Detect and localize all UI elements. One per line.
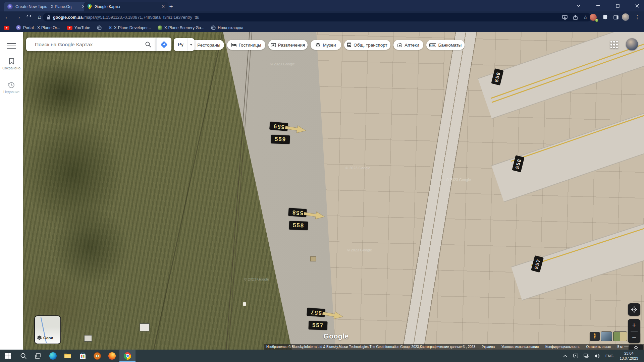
browser-tab-strip: ✕ Create New Topic - X-Plane.Org F ✕ Goo… xyxy=(0,0,644,11)
edge-icon[interactable] xyxy=(46,350,60,362)
chevron-up-icon xyxy=(634,346,638,350)
stand-sign-558-bottom: 558 xyxy=(289,221,308,230)
bookmark-scenery-gateway[interactable]: X-Plane Scenery Ga... xyxy=(158,25,204,30)
tray-clock[interactable]: 23:04 13.07.2023 xyxy=(616,351,644,361)
layers-icon xyxy=(37,336,42,340)
footer-link-privacy[interactable]: Конфиденциальность xyxy=(545,345,579,349)
microsoft-store-icon[interactable] xyxy=(75,350,90,362)
extensions-puzzle-icon[interactable] xyxy=(600,12,610,22)
window-minimize-button[interactable] xyxy=(591,0,605,11)
reload-button[interactable] xyxy=(24,12,34,22)
chip-pharmacies[interactable]: Аптеки xyxy=(393,40,423,50)
account-avatar[interactable] xyxy=(626,38,638,50)
hotel-icon xyxy=(231,43,236,47)
firefox-icon[interactable] xyxy=(105,350,119,362)
window-close-button[interactable] xyxy=(630,0,644,11)
install-app-icon[interactable] xyxy=(562,15,568,20)
store-bag-icon xyxy=(79,353,86,359)
tray-hidden-icons-chevron[interactable] xyxy=(560,350,570,362)
chip-transit[interactable]: Общ. транспорт xyxy=(344,40,390,50)
tab-title: Google Карты xyxy=(95,4,120,9)
tray-network-icon[interactable] xyxy=(581,350,592,362)
search-icon[interactable] xyxy=(145,41,152,48)
sidebar-item-label: Сохранено xyxy=(0,66,23,70)
my-location-button[interactable] xyxy=(628,303,640,316)
footer-link-country[interactable]: Украина xyxy=(482,345,495,349)
directions-button[interactable] xyxy=(156,38,171,51)
chip-label: Рестораны xyxy=(197,43,220,48)
taskbar-search-button[interactable] xyxy=(16,350,31,362)
map-watermark: © 2023 Google xyxy=(345,166,370,170)
bookmark-star-icon[interactable]: ☆ xyxy=(583,14,588,20)
url-host: google.com.ua xyxy=(53,15,83,20)
chevron-up-icon xyxy=(563,355,567,357)
forward-button[interactable]: → xyxy=(13,12,23,22)
back-button[interactable]: ← xyxy=(3,12,12,22)
zoom-out-button[interactable]: − xyxy=(632,331,636,343)
folder-icon xyxy=(64,353,71,359)
address-bar[interactable]: google.com.ua/maps/@51.1591123,-0.180871… xyxy=(43,13,592,21)
bookmark-portal[interactable]: ✕ Portal - X-Plane.Or... xyxy=(16,25,60,30)
keyboard-language-button[interactable]: Ру xyxy=(174,42,187,47)
task-view-button[interactable] xyxy=(31,350,46,362)
bookmark-youtube[interactable]: YouTube xyxy=(67,25,90,30)
tab-xplane-forum[interactable]: ✕ Create New Topic - X-Plane.Org F ✕ xyxy=(4,2,89,11)
start-button[interactable] xyxy=(0,350,16,362)
share-icon[interactable] xyxy=(573,15,578,20)
menu-kebab-icon[interactable]: ⋮ xyxy=(633,12,642,22)
chip-atms[interactable]: атм Банкоматы xyxy=(426,40,465,50)
bookmark-xplane-developer[interactable]: ✕ X-Plane Developer... xyxy=(108,25,151,30)
window-maximize-button[interactable] xyxy=(610,0,625,11)
chip-label: Музеи xyxy=(323,43,336,48)
chip-hotels[interactable]: Гостиницы xyxy=(227,40,265,50)
tab-search-chevron-icon[interactable] xyxy=(572,0,586,11)
tab-google-maps[interactable]: Google Карты ✕ xyxy=(84,2,168,11)
zoom-in-button[interactable]: + xyxy=(632,319,636,331)
map-type-thumbnail[interactable] xyxy=(613,331,627,341)
attribution-bar: Изображения © Bluesky,Infoterra Ltd & Bl… xyxy=(264,344,644,350)
chrome-icon-active[interactable] xyxy=(119,350,136,362)
map-canvas[interactable]: © 2023 Google © 2023 Google © 2023 Googl… xyxy=(23,32,644,350)
search-icon xyxy=(20,353,26,359)
file-explorer-icon[interactable] xyxy=(60,350,75,362)
sidebar-item-recents[interactable]: Недавние xyxy=(0,82,23,94)
tab-close-icon[interactable]: ✕ xyxy=(161,4,165,9)
collapse-chevron-button[interactable] xyxy=(629,345,643,350)
bookmark-youtube-iconed[interactable] xyxy=(4,26,9,30)
tray-language[interactable]: ENG xyxy=(602,350,616,362)
google-apps-grid-icon[interactable] xyxy=(610,41,618,48)
footer-link-terms[interactable]: Условия использования xyxy=(501,345,539,349)
extension-badge: 3 xyxy=(595,19,598,22)
profile-avatar[interactable] xyxy=(622,13,629,21)
tray-remote-display-icon[interactable] xyxy=(570,350,581,362)
bookmark-new-tab[interactable]: Нова вкладка xyxy=(211,25,243,30)
imagery-thumbnail[interactable] xyxy=(601,331,612,341)
tray-date: 13.07.2023 xyxy=(616,356,641,361)
footer-link-feedback[interactable]: Оставить отзыв xyxy=(586,345,611,349)
search-input[interactable] xyxy=(34,41,145,48)
stand-sign-557-bottom: 557 xyxy=(309,321,328,330)
extension-avatar-icon[interactable]: 3 xyxy=(590,14,597,21)
maps-side-rail: Сохранено Недавние xyxy=(0,32,23,350)
photo-viewer-app-icon[interactable] xyxy=(90,350,105,362)
bookmark-globe-only[interactable] xyxy=(97,25,102,30)
chip-label: Развлечения xyxy=(278,43,305,48)
tray-volume-icon[interactable] xyxy=(592,350,602,362)
map-watermark: © 2023 Google xyxy=(270,62,295,66)
main-menu-button[interactable] xyxy=(7,42,16,50)
transit-icon xyxy=(347,43,351,47)
layers-toggle[interactable]: Слои xyxy=(34,315,61,344)
directions-icon xyxy=(160,41,168,49)
bookmark-label: Нова вкладка xyxy=(218,25,243,30)
side-panel-icon[interactable] xyxy=(611,12,621,22)
chip-attractions[interactable]: Развлечения xyxy=(268,40,308,50)
pegman-button[interactable] xyxy=(590,332,600,341)
new-tab-button[interactable]: + xyxy=(166,2,176,11)
sidebar-item-saved[interactable]: Сохранено xyxy=(0,58,23,70)
chevron-down-icon xyxy=(190,44,193,47)
tab-title: Create New Topic - X-Plane.Org F xyxy=(15,4,72,9)
keyboard-dropdown-button[interactable] xyxy=(187,38,195,51)
chip-museums[interactable]: Музеи xyxy=(311,40,341,50)
chip-label: Аптеки xyxy=(405,43,419,48)
ethernet-icon xyxy=(584,354,589,358)
